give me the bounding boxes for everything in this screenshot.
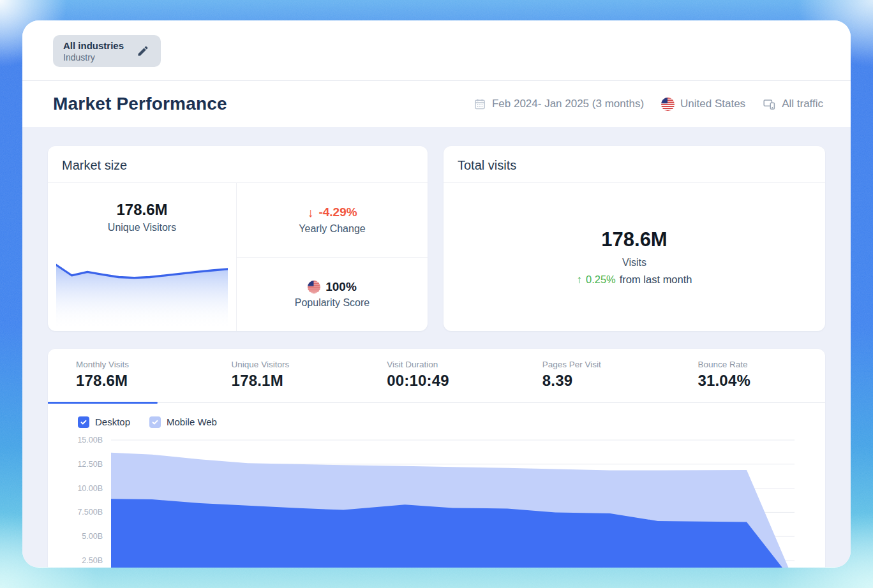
total-visits-card: Total visits 178.6M Visits ↑ 0.25% from … bbox=[444, 146, 825, 331]
metric-value: 8.39 bbox=[542, 372, 670, 390]
country-filter[interactable]: United States bbox=[661, 98, 745, 111]
metrics-divider bbox=[48, 402, 825, 404]
industry-chip-text: All industries Industry bbox=[63, 40, 124, 63]
yearly-change-cell: ↓ -4.29% Yearly Change bbox=[237, 183, 428, 258]
legend-mobile-web-checkbox[interactable]: Mobile Web bbox=[149, 416, 217, 428]
popularity-value-line: 100% bbox=[308, 280, 357, 294]
app-panel: All industries Industry Market Performan… bbox=[22, 20, 851, 568]
yearly-change-label: Yearly Change bbox=[299, 223, 365, 235]
traffic-label: All traffic bbox=[782, 98, 823, 110]
visits-change-suffix: from last month bbox=[620, 274, 692, 286]
svg-text:10.00B: 10.00B bbox=[77, 484, 103, 493]
top-bar: All industries Industry bbox=[22, 20, 851, 81]
calendar-icon bbox=[474, 98, 486, 110]
unique-visitors-label: Unique Visitors bbox=[108, 222, 176, 233]
legend-desktop-checkbox[interactable]: Desktop bbox=[78, 416, 130, 428]
yearly-change-value-line: ↓ -4.29% bbox=[307, 205, 357, 220]
metric-label: Bounce Rate bbox=[698, 360, 825, 369]
dashboard-content: Market size 178.6M Unique Visitors bbox=[22, 127, 851, 567]
traffic-trend-chart: 15.00B12.50B10.00B7.500B5.00B2.50B bbox=[48, 434, 825, 568]
metric-value: 31.04% bbox=[698, 372, 825, 390]
market-size-card: Market size 178.6M Unique Visitors bbox=[48, 146, 428, 331]
metric-label: Visit Duration bbox=[387, 360, 514, 369]
us-flag-icon bbox=[661, 98, 675, 111]
devices-icon bbox=[763, 98, 776, 111]
pencil-icon[interactable] bbox=[137, 45, 149, 57]
total-visits-title: Total visits bbox=[444, 146, 825, 183]
industry-filter-chip[interactable]: All industries Industry bbox=[53, 35, 161, 67]
metric-value: 178.6M bbox=[76, 372, 204, 390]
page-header: Market Performance Feb 2024- Jan 2025 (3… bbox=[22, 81, 851, 127]
legend-mobile-web-label: Mobile Web bbox=[167, 416, 217, 427]
svg-text:15.00B: 15.00B bbox=[77, 436, 103, 445]
arrow-up-icon: ↑ bbox=[576, 274, 582, 286]
yearly-change-value: -4.29% bbox=[318, 205, 357, 219]
svg-text:7.500B: 7.500B bbox=[77, 508, 103, 517]
total-visits-value: 178.6M bbox=[601, 228, 667, 251]
popularity-label: Popularity Score bbox=[295, 297, 369, 309]
industry-chip-value: All industries bbox=[63, 40, 124, 52]
svg-text:12.50B: 12.50B bbox=[77, 460, 103, 469]
checkbox-checked-icon[interactable] bbox=[78, 416, 89, 428]
market-size-title: Market size bbox=[48, 146, 428, 183]
legend-desktop-label: Desktop bbox=[95, 416, 130, 427]
popularity-value: 100% bbox=[325, 280, 357, 294]
checkbox-checked-icon[interactable] bbox=[149, 416, 161, 428]
metric-label: Monthly Visits bbox=[76, 360, 204, 369]
metric-tab-monthly-visits[interactable]: Monthly Visits 178.6M bbox=[48, 349, 204, 402]
svg-text:5.00B: 5.00B bbox=[82, 532, 103, 541]
market-size-stats: ↓ -4.29% Yearly Change bbox=[237, 183, 428, 331]
arrow-down-icon: ↓ bbox=[307, 205, 313, 220]
total-visits-body: 178.6M Visits ↑ 0.25% from last month bbox=[444, 183, 825, 331]
total-visits-label: Visits bbox=[622, 257, 646, 268]
visits-change-value: 0.25% bbox=[586, 274, 616, 286]
metric-tabs: Monthly Visits 178.6M Unique Visitors 17… bbox=[48, 349, 825, 402]
metric-label: Pages Per Visit bbox=[542, 360, 670, 369]
metric-label: Unique Visitors bbox=[232, 360, 359, 369]
traffic-filter[interactable]: All traffic bbox=[763, 98, 823, 111]
active-tab-underline bbox=[48, 402, 158, 404]
popularity-score-cell: 100% Popularity Score bbox=[237, 258, 428, 332]
chart-legend: Desktop Mobile Web bbox=[48, 404, 825, 430]
date-range-label: Feb 2024- Jan 2025 (3 months) bbox=[492, 98, 644, 110]
date-range-filter[interactable]: Feb 2024- Jan 2025 (3 months) bbox=[474, 98, 644, 110]
header-filters: Feb 2024- Jan 2025 (3 months) bbox=[474, 98, 823, 111]
metric-value: 00:10:49 bbox=[387, 372, 514, 390]
traffic-metrics-card: Monthly Visits 178.6M Unique Visitors 17… bbox=[48, 349, 825, 568]
metric-tab-pages-per-visit[interactable]: Pages Per Visit 8.39 bbox=[514, 349, 670, 402]
unique-visitors-value: 178.6M bbox=[116, 201, 167, 219]
country-label: United States bbox=[680, 98, 745, 110]
metric-tab-visit-duration[interactable]: Visit Duration 00:10:49 bbox=[359, 349, 514, 402]
metric-tab-bounce-rate[interactable]: Bounce Rate 31.04% bbox=[669, 349, 825, 402]
metric-tab-unique-visitors[interactable]: Unique Visitors 178.1M bbox=[204, 349, 359, 402]
visits-change-line: ↑ 0.25% from last month bbox=[576, 274, 692, 286]
unique-visitors-cell: 178.6M Unique Visitors bbox=[48, 183, 237, 331]
svg-text:2.50B: 2.50B bbox=[82, 556, 103, 565]
metric-value: 178.1M bbox=[232, 372, 359, 390]
unique-visitors-sparkline bbox=[56, 253, 228, 330]
page-title: Market Performance bbox=[53, 94, 227, 114]
us-flag-icon bbox=[308, 281, 320, 293]
industry-chip-label: Industry bbox=[63, 52, 124, 63]
market-size-body: 178.6M Unique Visitors bbox=[48, 183, 428, 331]
